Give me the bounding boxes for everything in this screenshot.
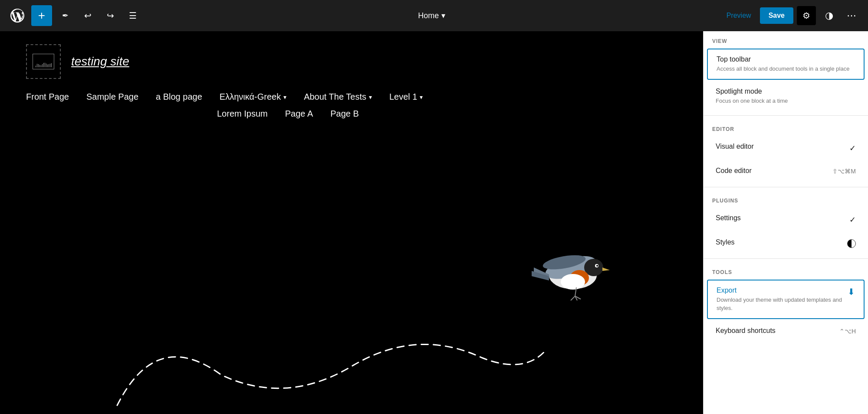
styles-title: Styles (716, 238, 842, 246)
nav-item-greek: Ελληνικά-Greek ▾ (220, 92, 286, 102)
nav-item-level1: Level 1 ▾ (389, 92, 423, 102)
export-title: Export (717, 287, 844, 294)
keyboard-shortcuts-title: Keyboard shortcuts (716, 327, 834, 335)
top-toolbar-desc: Access all block and document tools in a… (717, 65, 855, 73)
export-download-icon: ⬇ (848, 287, 855, 297)
page-title-text: Home (418, 11, 439, 20)
nav-row-2: Lorem Ipsum Page A Page B (26, 109, 677, 119)
keyboard-shortcuts-item[interactable]: Keyboard shortcuts ⌃⌥H (707, 321, 865, 342)
contrast-button[interactable]: ◑ (819, 6, 838, 25)
wp-logo[interactable] (7, 5, 28, 26)
spotlight-mode-item[interactable]: Spotlight mode Focus on one block at a t… (707, 81, 865, 111)
main-layout: testing site Front Page Sample Page a Bl… (0, 31, 868, 414)
nav-item-page-b: Page B (330, 109, 359, 119)
divider-3 (704, 258, 868, 259)
export-item[interactable]: Export Download your theme with updated … (707, 280, 865, 319)
top-toolbar-title: Top toolbar (717, 55, 855, 63)
svg-point-7 (596, 265, 598, 267)
nav-item-blog-page: a Blog page (156, 92, 202, 102)
more-options-button[interactable]: ⋯ (842, 6, 861, 25)
site-title: testing site (71, 55, 129, 68)
divider-2 (704, 187, 868, 187)
settings-title: Settings (716, 214, 844, 222)
keyboard-shortcuts-shortcut: ⌃⌥H (839, 328, 856, 335)
preview-button[interactable]: Preview (721, 8, 756, 23)
divider-1 (704, 115, 868, 116)
site-nav: Front Page Sample Page a Blog page Ελλην… (0, 92, 703, 134)
page-title-button[interactable]: Home ▾ (413, 7, 450, 24)
visual-editor-item[interactable]: Visual editor ✓ (707, 137, 865, 159)
plugins-section-label: PLUGINS (704, 191, 868, 207)
tools-section-label: TOOLS (704, 262, 868, 279)
top-toolbar-item[interactable]: Top toolbar Access all block and documen… (707, 49, 865, 80)
nav-row-1: Front Page Sample Page a Blog page Ελλην… (26, 92, 677, 102)
settings-gear-button[interactable]: ⚙ (797, 6, 816, 25)
visual-editor-check: ✓ (849, 143, 856, 153)
site-logo-inner (33, 54, 54, 69)
nav-item-sample-page: Sample Page (86, 92, 138, 102)
page-title-arrow: ▾ (441, 11, 445, 20)
top-bar: + ✒ ↩ ↪ ☰ Home ▾ Preview Save ⚙ ◑ ⋯ (0, 0, 868, 31)
editor-canvas: testing site Front Page Sample Page a Bl… (0, 31, 703, 414)
nav-item-about-tests: About The Tests ▾ (304, 92, 372, 102)
settings-check: ✓ (849, 215, 856, 225)
redo-button[interactable]: ↪ (101, 6, 120, 25)
visual-editor-title: Visual editor (716, 143, 844, 150)
half-circle-icon (847, 239, 856, 248)
bird-svg (529, 236, 616, 306)
code-editor-title: Code editor (716, 167, 827, 175)
add-block-button[interactable]: + (31, 5, 52, 26)
list-view-button[interactable]: ☰ (123, 6, 142, 25)
nav-item-page-a: Page A (285, 109, 313, 119)
code-editor-item[interactable]: Code editor ⇧⌥⌘M (707, 161, 865, 183)
svg-line-12 (571, 296, 575, 300)
site-header: testing site (0, 31, 703, 92)
pen-tool-button[interactable]: ✒ (56, 6, 75, 25)
svg-point-5 (561, 274, 585, 290)
top-bar-center: Home ▾ (146, 7, 718, 24)
export-desc: Download your theme with updated templat… (717, 296, 844, 312)
editor-section-label: EDITOR (704, 119, 868, 136)
top-bar-right: Preview Save ⚙ ◑ ⋯ (721, 6, 861, 25)
spotlight-mode-title: Spotlight mode (716, 88, 856, 95)
site-logo-placeholder[interactable] (26, 44, 61, 79)
right-panel: VIEW Top toolbar Access all block and do… (703, 31, 868, 414)
undo-button[interactable]: ↩ (78, 6, 97, 25)
canvas-art (0, 241, 703, 414)
svg-marker-8 (602, 267, 610, 271)
save-button[interactable]: Save (760, 7, 793, 24)
settings-item[interactable]: Settings ✓ (707, 208, 865, 231)
styles-item[interactable]: Styles (707, 232, 865, 254)
spotlight-mode-desc: Focus on one block at a time (716, 97, 856, 105)
nav-item-lorem-ipsum: Lorem Ipsum (217, 109, 268, 119)
code-editor-shortcut: ⇧⌥⌘M (832, 168, 856, 175)
nav-item-front-page: Front Page (26, 92, 69, 102)
view-section-label: VIEW (704, 31, 868, 48)
